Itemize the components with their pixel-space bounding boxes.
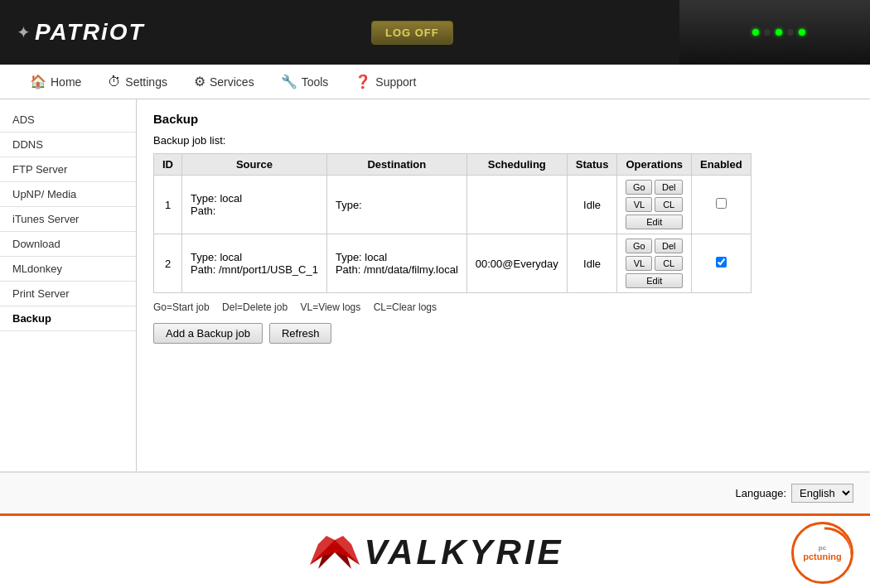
row1-id: 1 (154, 176, 182, 234)
row1-source-path: Path: (191, 205, 215, 217)
footer: Language: English (0, 472, 870, 513)
services-icon: ⚙ (194, 74, 205, 89)
row1-enabled (692, 176, 752, 234)
light-5 (799, 29, 805, 36)
table-row: 2 Type: local Path: /mnt/port1/USB_C_1 T… (154, 234, 752, 293)
col-header-id: ID (154, 154, 182, 176)
support-icon: ❓ (355, 74, 371, 89)
col-header-operations: Operations (617, 154, 692, 176)
legend-go: Go=Start job (153, 301, 210, 313)
logo-icon: ✦ (17, 22, 31, 42)
nav-settings[interactable]: ⏱ Settings (94, 68, 181, 96)
sidebar-item-backup[interactable]: Backup (0, 306, 136, 331)
tools-icon: 🔧 (281, 74, 297, 89)
legend-del: Del=Delete job (222, 301, 288, 313)
col-header-source: Source (182, 154, 327, 176)
sidebar: ADS DDNS FTP Server UpNP/ Media iTunes S… (0, 99, 137, 471)
nav-tools[interactable]: 🔧 Tools (268, 67, 342, 96)
language-select[interactable]: English (791, 484, 853, 503)
valkyrie-text: VALKYRIE (364, 533, 563, 572)
row2-id: 2 (154, 234, 182, 293)
logo-text: PATRiOT (35, 19, 145, 46)
row1-vl-button[interactable]: VL (626, 197, 652, 212)
brand-footer: VALKYRIE pc pctuning (0, 513, 870, 588)
home-icon: 🏠 (30, 74, 46, 89)
row1-cl-button[interactable]: CL (655, 197, 683, 212)
col-header-enabled: Enabled (692, 154, 752, 176)
settings-icon: ⏱ (108, 75, 121, 89)
row2-go-button[interactable]: Go (626, 239, 652, 253)
content-area: Backup Backup job list: ID Source Destin… (137, 99, 870, 471)
nav-services-label: Services (210, 75, 254, 89)
sidebar-item-ddns[interactable]: DDNS (0, 133, 136, 157)
nav-home-label: Home (51, 75, 81, 89)
col-header-scheduling: Scheduling (466, 154, 567, 176)
backup-table: ID Source Destination Scheduling Status … (153, 153, 752, 293)
row1-scheduling (466, 176, 567, 234)
row2-edit-button[interactable]: Edit (626, 273, 683, 288)
row2-dest: Type: local Path: /mnt/data/filmy.local (326, 234, 466, 293)
row2-dest-path: Path: /mnt/data/filmy.local (336, 263, 458, 276)
device-image (679, 0, 870, 65)
row1-edit-button[interactable]: Edit (626, 214, 683, 229)
row2-vl-button[interactable]: VL (626, 256, 652, 271)
row1-status: Idle (567, 176, 617, 234)
light-3 (776, 29, 782, 36)
sidebar-item-upnp[interactable]: UpNP/ Media (0, 182, 136, 207)
sidebar-item-itunes[interactable]: iTunes Server (0, 207, 136, 232)
nav-support-label: Support (375, 75, 416, 89)
row2-scheduling: 00:00@Everyday (466, 234, 567, 293)
pctuning-badge: pc pctuning (791, 522, 853, 584)
sidebar-item-print[interactable]: Print Server (0, 282, 136, 306)
row1-source-type: Type: local (191, 192, 242, 205)
row2-source-path: Path: /mnt/port1/USB_C_1 (191, 263, 318, 276)
row2-source: Type: local Path: /mnt/port1/USB_C_1 (182, 234, 327, 293)
row1-dest-type: Type: (336, 199, 362, 211)
row1-ops: Go Del VL CL Edit (617, 176, 692, 234)
row2-cl-button[interactable]: CL (655, 256, 683, 271)
nav-home[interactable]: 🏠 Home (17, 67, 94, 96)
nav-settings-label: Settings (125, 75, 167, 89)
table-row: 1 Type: local Path: Type: Idle Go (154, 176, 752, 234)
language-label: Language: (736, 487, 786, 499)
wings-icon (306, 532, 364, 573)
sidebar-item-download[interactable]: Download (0, 232, 136, 257)
light-1 (752, 29, 759, 36)
row2-status: Idle (567, 234, 617, 293)
row2-dest-type: Type: local (336, 251, 387, 263)
refresh-button[interactable]: Refresh (269, 323, 332, 344)
legend-cl: CL=Clear logs (374, 301, 437, 313)
valkyrie-brand: VALKYRIE (306, 532, 563, 573)
legend-vl: VL=View logs (300, 301, 360, 313)
row2-enabled (692, 234, 752, 293)
col-header-dest: Destination (326, 154, 466, 176)
row1-source: Type: local Path: (182, 176, 327, 234)
light-2 (764, 29, 771, 36)
header: ✦ PATRiOT LOG OFF (0, 0, 870, 65)
backup-job-list-label: Backup job list: (153, 134, 853, 147)
add-backup-job-button[interactable]: Add a Backup job (153, 323, 263, 344)
light-4 (787, 29, 794, 36)
legend-text: Go=Start job Del=Delete job VL=View logs… (153, 301, 853, 313)
row1-dest: Type: (326, 176, 466, 234)
row2-enabled-checkbox[interactable] (716, 257, 727, 267)
nav-services[interactable]: ⚙ Services (181, 67, 268, 96)
row2-del-button[interactable]: Del (655, 239, 683, 253)
page-title: Backup (153, 112, 853, 126)
sidebar-item-ads[interactable]: ADS (0, 108, 136, 133)
logoff-button[interactable]: LOG OFF (371, 21, 453, 45)
row1-del-button[interactable]: Del (655, 180, 683, 195)
row1-enabled-checkbox[interactable] (716, 198, 727, 209)
row2-source-type: Type: local (191, 251, 242, 263)
sidebar-item-ftp[interactable]: FTP Server (0, 157, 136, 182)
logo-area: ✦ PATRiOT (17, 19, 145, 46)
nav-bar: 🏠 Home ⏱ Settings ⚙ Services 🔧 Tools ❓ S… (0, 65, 870, 99)
sidebar-item-mldonkey[interactable]: MLdonkey (0, 257, 136, 282)
row1-go-button[interactable]: Go (626, 180, 652, 195)
row2-ops: Go Del VL CL Edit (617, 234, 692, 293)
mid-section: ADS DDNS FTP Server UpNP/ Media iTunes S… (0, 99, 870, 471)
nav-tools-label: Tools (302, 75, 329, 89)
nav-support[interactable]: ❓ Support (341, 67, 429, 96)
action-buttons: Add a Backup job Refresh (153, 323, 853, 344)
col-header-status: Status (567, 154, 617, 176)
